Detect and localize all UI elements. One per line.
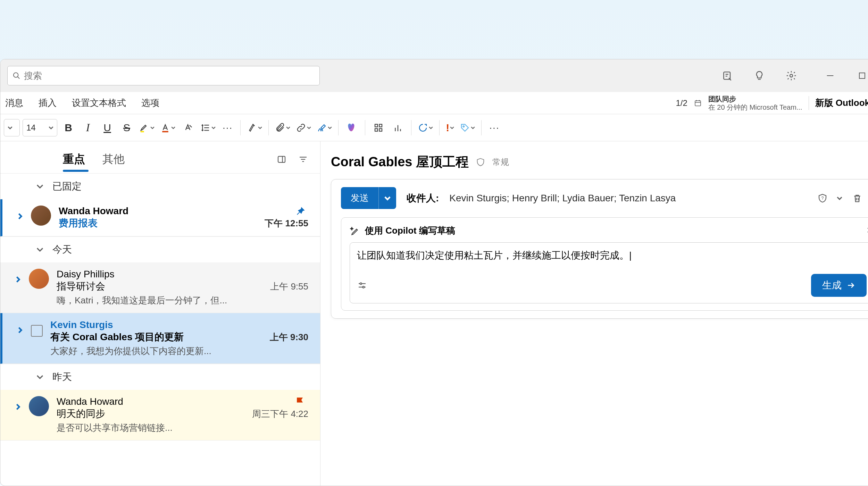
italic-button[interactable]: I <box>80 119 96 136</box>
menu-options[interactable]: 选项 <box>141 97 159 109</box>
attach-button[interactable] <box>274 123 292 133</box>
separator <box>809 96 809 110</box>
send-options-button[interactable] <box>378 187 396 209</box>
search-input[interactable] <box>24 70 315 81</box>
email-preview: 是否可以共享市场营销链接... <box>57 422 308 434</box>
styles-button[interactable] <box>245 123 264 133</box>
checkbox[interactable] <box>31 325 43 337</box>
section-yesterday[interactable]: 昨天 <box>0 364 320 390</box>
chevron-down-icon <box>36 246 43 253</box>
chevron-down-icon <box>36 183 43 190</box>
avatar <box>29 269 49 289</box>
menu-format[interactable]: 设置文本格式 <box>72 97 126 109</box>
link-button[interactable] <box>294 123 312 133</box>
copilot-pen-icon <box>350 226 360 236</box>
copilot-close-button[interactable] <box>866 226 868 236</box>
email-subject: 费用报表 <box>59 217 98 230</box>
recipients[interactable]: Kevin Sturgis; Henry Brill; Lydia Bauer;… <box>449 193 676 204</box>
chevron-right-icon <box>17 327 23 333</box>
layout-icon[interactable] <box>276 154 287 165</box>
copilot-input[interactable]: 让团队知道我们决定使用粘土瓦片，并继续施工以便按时完成。| 生成 <box>350 242 868 303</box>
chevron-down-icon <box>36 374 43 380</box>
email-from: Wanda Howard <box>57 396 308 407</box>
lightbulb-icon[interactable] <box>754 70 765 81</box>
reading-header: Coral Gables 屋顶工程 常规 <box>331 148 868 179</box>
recipients-label: 收件人: <box>407 192 439 205</box>
tab-other[interactable]: 其他 <box>102 152 125 167</box>
flag-icon[interactable] <box>294 396 306 408</box>
email-time: 上午 9:30 <box>270 331 308 343</box>
pin-icon[interactable] <box>294 206 306 217</box>
menu-message[interactable]: 消息 <box>5 97 23 109</box>
email-from: Daisy Phillips <box>57 269 308 280</box>
teams-subtitle: 在 20 分钟的 Microsoft Team... <box>708 103 802 111</box>
generate-button[interactable]: 生成 <box>811 274 867 297</box>
svg-rect-24 <box>278 156 285 162</box>
maximize-icon[interactable] <box>857 70 868 81</box>
email-row[interactable]: Daisy Phillips 指导研讨会 上午 9:55 嗨，Katri，我知道… <box>0 262 320 313</box>
teams-status[interactable]: 团队同步 在 20 分钟的 Microsoft Team... <box>708 95 802 111</box>
menu-insert[interactable]: 插入 <box>39 97 57 109</box>
svg-point-23 <box>463 126 465 127</box>
search-icon <box>12 72 20 80</box>
menubar: 消息 插入 设置文本格式 选项 1/2 团队同步 在 20 分钟的 Micros… <box>0 92 868 114</box>
delete-icon[interactable] <box>852 193 862 203</box>
svg-rect-6 <box>859 73 865 78</box>
signature-button[interactable] <box>315 123 333 133</box>
send-button-group: 发送 <box>341 187 396 209</box>
note-icon[interactable] <box>722 70 733 81</box>
search-box[interactable] <box>7 66 320 85</box>
poll-icon[interactable] <box>390 119 406 136</box>
chevron-right-icon <box>15 404 21 410</box>
email-row-selected[interactable]: Kevin Sturgis 有关 Coral Gables 项目的更新 上午 9… <box>0 313 320 364</box>
copilot-draft-card: 使用 Copilot 编写草稿 让团队知道我们决定使用粘土瓦片，并继续施工以便按… <box>341 217 868 311</box>
teams-title: 团队同步 <box>708 95 802 103</box>
section-today[interactable]: 今天 <box>0 236 320 262</box>
line-spacing-button[interactable] <box>199 123 217 133</box>
format-toolbar: 14 B I U S ··· ! ··· <box>0 114 868 141</box>
chevron-down-icon[interactable] <box>837 195 842 201</box>
compose-card: 发送 收件人: Kevin Sturgis; Henry Brill; Lydi… <box>331 179 868 319</box>
send-button[interactable]: 发送 <box>341 187 378 209</box>
email-list-pane: 重点 其他 已固定 Wanda Howard 费用报表 下午 12 <box>0 141 320 486</box>
chevron-right-icon <box>15 276 21 283</box>
svg-text:?: ? <box>821 195 824 200</box>
email-row-pinned[interactable]: Wanda Howard 费用报表 下午 12:55 <box>0 199 320 236</box>
font-color-button[interactable] <box>159 123 177 133</box>
adjust-icon[interactable] <box>357 280 367 291</box>
email-subject: 明天的同步 <box>57 407 105 420</box>
clear-format-button[interactable] <box>180 119 196 136</box>
email-preview: 嗨，Katri，我知道这是最后一分钟了，但... <box>57 294 308 307</box>
email-time: 下午 12:55 <box>265 217 308 229</box>
copilot-button[interactable] <box>343 119 360 136</box>
calendar-icon[interactable] <box>694 99 702 107</box>
sensitivity-icon[interactable]: ? <box>817 193 828 203</box>
section-pinned[interactable]: 已固定 <box>0 173 320 199</box>
svg-rect-17 <box>379 124 382 127</box>
more-actions-button[interactable]: ··· <box>486 122 502 133</box>
more-format-button[interactable]: ··· <box>220 122 235 133</box>
content-area: 重点 其他 已固定 Wanda Howard 费用报表 下午 12 <box>0 141 868 486</box>
email-from: Wanda Howard <box>59 206 308 217</box>
svg-rect-18 <box>375 128 378 131</box>
svg-point-34 <box>360 283 362 285</box>
importance-button[interactable]: ! <box>444 122 456 134</box>
email-row-flagged[interactable]: Wanda Howard 明天的同步 周三下午 4:22 是否可以共享市场营销链… <box>0 390 320 441</box>
shield-icon <box>476 157 485 167</box>
loop-button[interactable] <box>416 123 434 133</box>
bold-button[interactable]: B <box>60 119 77 136</box>
filter-icon[interactable] <box>298 154 308 165</box>
font-size-select[interactable]: 14 <box>23 119 57 136</box>
apps-icon[interactable] <box>370 119 387 136</box>
tag-button[interactable] <box>458 123 476 133</box>
font-family-select[interactable] <box>4 119 20 136</box>
tab-focused[interactable]: 重点 <box>63 152 85 167</box>
avatar <box>29 396 49 416</box>
svg-point-4 <box>790 74 793 77</box>
strikethrough-button[interactable]: S <box>118 119 135 136</box>
highlight-button[interactable] <box>138 123 156 133</box>
minimize-icon[interactable] <box>825 70 836 81</box>
svg-rect-19 <box>379 128 382 131</box>
underline-button[interactable]: U <box>99 119 116 136</box>
gear-icon[interactable] <box>786 70 797 81</box>
